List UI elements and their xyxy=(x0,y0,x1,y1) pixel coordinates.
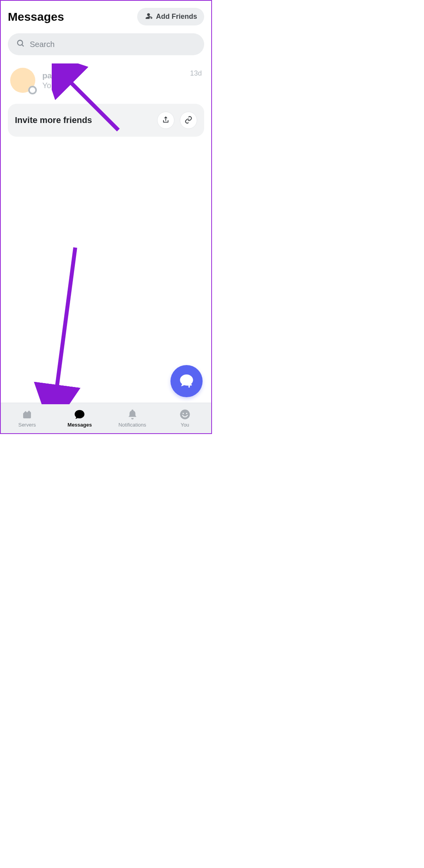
invite-more-friends-card: Invite more friends xyxy=(8,104,204,137)
annotation-arrow xyxy=(32,240,99,404)
share-icon xyxy=(162,116,170,125)
nav-label: Notifications xyxy=(118,422,146,428)
dm-item[interactable]: pankil You: Hi 13d xyxy=(8,62,204,98)
nav-label: Servers xyxy=(18,422,36,428)
dm-time: 13d xyxy=(190,69,202,78)
nav-label: Messages xyxy=(67,422,92,428)
svg-point-0 xyxy=(18,40,23,45)
muted-icon xyxy=(69,72,76,79)
search-input[interactable] xyxy=(8,33,204,55)
messages-icon xyxy=(74,409,85,420)
servers-icon xyxy=(21,409,33,420)
you-icon xyxy=(179,409,191,420)
add-friends-button[interactable]: Add Friends xyxy=(137,8,204,25)
link-icon xyxy=(185,116,192,125)
new-message-fab[interactable] xyxy=(170,365,203,397)
copy-link-button[interactable] xyxy=(180,112,197,129)
page-title: Messages xyxy=(8,10,64,24)
search-field[interactable] xyxy=(30,40,196,49)
svg-line-9 xyxy=(56,248,75,396)
nav-servers[interactable]: Servers xyxy=(1,403,53,433)
svg-line-1 xyxy=(22,45,24,47)
svg-point-6 xyxy=(183,413,184,414)
invite-text: Invite more friends xyxy=(15,115,92,125)
svg-rect-4 xyxy=(187,384,192,385)
share-button[interactable] xyxy=(157,112,174,129)
nav-you[interactable]: You xyxy=(159,403,211,433)
search-icon xyxy=(16,39,25,49)
dm-preview: You: Hi xyxy=(42,81,183,90)
status-offline-icon xyxy=(28,86,37,94)
notifications-icon xyxy=(127,409,138,420)
add-friend-icon xyxy=(144,12,153,22)
dm-name: pankil xyxy=(42,71,66,80)
bottom-nav: Servers Messages Notifications You xyxy=(1,403,211,433)
svg-point-5 xyxy=(180,410,190,420)
add-friends-label: Add Friends xyxy=(156,13,197,21)
svg-point-7 xyxy=(186,413,188,414)
nav-notifications[interactable]: Notifications xyxy=(106,403,159,433)
nav-messages[interactable]: Messages xyxy=(53,403,106,433)
nav-label: You xyxy=(181,422,189,428)
avatar xyxy=(10,68,35,93)
new-message-icon xyxy=(179,373,194,390)
